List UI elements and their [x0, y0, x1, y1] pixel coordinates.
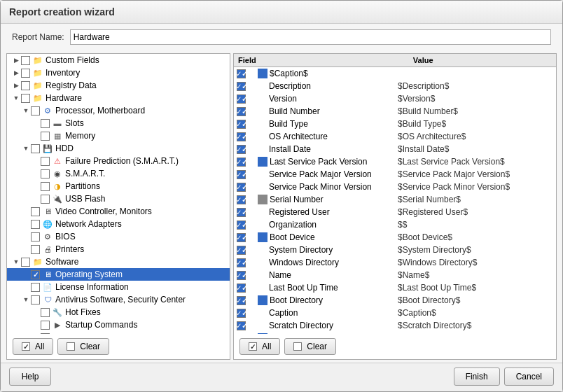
field-checkbox[interactable]: ✓ [237, 69, 246, 78]
tree-item-hdd[interactable]: ▼ 💾 HDD [7, 142, 230, 155]
field-row[interactable]: ✓Last Boot Up Time$Last Boot Up Time$ [234, 281, 556, 294]
checkbox-slots[interactable] [41, 119, 50, 128]
tree-item-printers[interactable]: ▶ 🖨 Printers [7, 243, 230, 255]
tree-item-antivirus[interactable]: ▼ 🛡 Antivirus Software, Security Center [7, 293, 230, 306]
checkbox-hardware[interactable] [21, 94, 30, 103]
checkbox-smart[interactable] [41, 169, 50, 178]
field-checkbox[interactable]: ✓ [237, 158, 246, 167]
field-row[interactable]: ✓Name$Name$ [234, 269, 556, 281]
field-checkbox[interactable]: ✓ [237, 183, 246, 192]
field-checkbox[interactable]: ✓ [237, 296, 246, 305]
field-row[interactable]: ✓Boot Device$Boot Device$ [234, 231, 556, 244]
field-row[interactable]: ✓Caption$Caption$ [234, 307, 556, 319]
finish-button[interactable]: Finish [454, 368, 500, 386]
field-checkbox[interactable]: ✓ [237, 170, 246, 179]
field-row[interactable]: ✓Build Number$Build Number$ [234, 105, 556, 118]
tree-item-registry[interactable]: ▶ 📁 Registry Data [7, 79, 230, 92]
checkbox-inventory[interactable] [21, 69, 30, 78]
tree-item-usb[interactable]: ▶ 🔌 USB Flash [7, 192, 230, 205]
checkbox-hotfixes[interactable] [41, 308, 50, 317]
field-row[interactable]: ✓Build Type$Build Type$ [234, 118, 556, 130]
field-checkbox[interactable]: ✓ [237, 195, 246, 204]
field-row[interactable]: ✓Version$Version$ [234, 92, 556, 105]
field-checkbox[interactable]: ✓ [237, 145, 246, 154]
tree-item-slots[interactable]: ▶ ▬ Slots [7, 117, 230, 130]
field-row[interactable]: ✓System Directory$System Directory$ [234, 244, 556, 256]
field-checkbox[interactable]: ✓ [237, 271, 246, 280]
tree-item-bios[interactable]: ▶ ⚙ BIOS [7, 230, 230, 243]
tree-item-network[interactable]: ▶ 🌐 Network Adapters [7, 218, 230, 230]
tree-item-startup[interactable]: ▶ ▶ Startup Commands [7, 318, 230, 331]
field-checkbox[interactable]: ✓ [237, 94, 246, 104]
field-row[interactable]: ✓Windows Directory$Windows Directory$ [234, 256, 556, 269]
field-checkbox[interactable]: ✓ [237, 120, 246, 129]
checkbox-hdd[interactable] [31, 144, 40, 153]
field-checkbox[interactable]: ✓ [237, 309, 246, 318]
help-button[interactable]: Help [9, 368, 51, 386]
field-checkbox[interactable]: ✓ [237, 258, 246, 267]
field-checkbox[interactable]: ✓ [237, 220, 246, 230]
expander-registry[interactable]: ▶ [11, 80, 21, 90]
tree-item-hardware[interactable]: ▼ 📁 Hardware [7, 92, 230, 104]
field-row[interactable]: ✓OS Architecture$OS Architecture$ [234, 130, 556, 143]
field-row[interactable]: ✓Boot Directory$Boot Directory$ [234, 294, 556, 307]
tree-item-custom_fields[interactable]: ▶ 📁 Custom Fields [7, 54, 230, 66]
tree-item-smart[interactable]: ▶ ◉ S.M.A.R.T. [7, 167, 230, 180]
expander-antivirus[interactable]: ▼ [21, 295, 31, 304]
checkbox-antivirus[interactable] [31, 295, 40, 304]
report-name-input[interactable] [70, 29, 551, 45]
tree-item-os[interactable]: ▶ 🖥 Operating System [7, 268, 230, 281]
checkbox-license[interactable] [31, 283, 40, 292]
expander-hardware[interactable]: ▼ [11, 93, 21, 103]
expander-processor[interactable]: ▼ [21, 106, 31, 115]
expander-hdd[interactable]: ▼ [21, 144, 31, 153]
tree-item-video[interactable]: ▶ 🖥 Video Controller, Monitors [7, 205, 230, 218]
tree-item-software[interactable]: ▼ 📁 Software [7, 255, 230, 268]
cancel-button[interactable]: Cancel [504, 368, 554, 386]
checkbox-custom_fields[interactable] [21, 56, 30, 65]
field-row[interactable]: ✓Organization$$ [234, 218, 556, 231]
field-row[interactable]: ✓Install Date$Install Date$ [234, 143, 556, 155]
checkbox-memory[interactable] [41, 132, 50, 141]
fields-all-button[interactable]: All [239, 338, 280, 355]
checkbox-printers[interactable] [31, 245, 40, 254]
field-checkbox[interactable]: ✓ [237, 82, 246, 91]
checkbox-network[interactable] [31, 220, 40, 229]
field-checkbox[interactable]: ✓ [237, 208, 246, 217]
fields-scroll[interactable]: ✓$Caption$✓Description$Description$✓Vers… [234, 67, 556, 334]
expander-software[interactable]: ▼ [11, 257, 21, 267]
tree-item-processor[interactable]: ▼ ⚙ Processor, Motherboard [7, 104, 230, 117]
field-row[interactable]: ✓Serial Number$Serial Number$ [234, 193, 556, 206]
checkbox-startup[interactable] [41, 321, 50, 330]
tree-all-button[interactable]: All [13, 338, 53, 355]
field-row[interactable]: ✓Last Service Pack Version$Last Service … [234, 155, 556, 168]
field-row[interactable]: ✓Service Pack Major Version$Service Pack… [234, 168, 556, 181]
checkbox-registry[interactable] [21, 81, 30, 90]
field-checkbox[interactable]: ✓ [237, 233, 246, 242]
field-checkbox[interactable]: ✓ [237, 246, 246, 255]
field-row[interactable]: ✓$Caption$ [234, 67, 556, 80]
fields-clear-button[interactable]: Clear [284, 338, 336, 355]
field-row[interactable]: ✓Registered User$Registered User$ [234, 206, 556, 218]
checkbox-software[interactable] [21, 258, 30, 267]
checkbox-video[interactable] [31, 207, 40, 216]
field-row[interactable]: ✓Description$Description$ [234, 80, 556, 92]
tree-scroll[interactable]: ▶ 📁 Custom Fields ▶ 📁 Inventory ▶ 📁 [7, 54, 230, 334]
field-checkbox[interactable]: ✓ [237, 284, 246, 293]
tree-item-inventory[interactable]: ▶ 📁 Inventory [7, 66, 230, 79]
field-checkbox[interactable]: ✓ [237, 132, 246, 141]
tree-item-memory[interactable]: ▶ ▦ Memory [7, 130, 230, 142]
expander-inventory[interactable]: ▶ [11, 68, 21, 78]
tree-item-hotfixes[interactable]: ▶ 🔧 Hot Fixes [7, 306, 230, 318]
checkbox-bios[interactable] [31, 232, 40, 241]
checkbox-processor[interactable] [31, 106, 40, 115]
tree-item-partitions[interactable]: ▶ ◑ Partitions [7, 180, 230, 192]
tree-item-license[interactable]: ▶ 📄 License Information [7, 281, 230, 293]
field-row[interactable]: ✓Scratch Directory$Scratch Directory$ [234, 319, 556, 332]
field-checkbox[interactable]: ✓ [237, 107, 246, 116]
checkbox-usb[interactable] [41, 195, 50, 204]
tree-item-failure[interactable]: ▶ ⚠ Failure Prediction (S.M.A.R.T.) [7, 155, 230, 167]
checkbox-failure[interactable] [41, 157, 50, 166]
checkbox-os[interactable] [31, 270, 40, 279]
field-checkbox[interactable]: ✓ [237, 321, 246, 330]
